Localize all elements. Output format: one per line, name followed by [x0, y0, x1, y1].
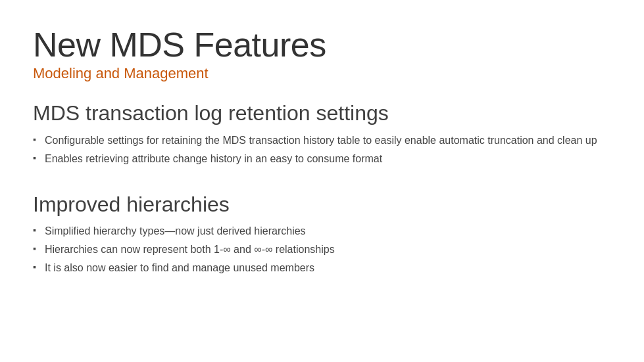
header-block: New MDS Features Modeling and Management	[33, 26, 611, 101]
list-item: Configurable settings for retaining the …	[33, 133, 611, 148]
list-item: It is also now easier to find and manage…	[33, 260, 611, 276]
page-title: New MDS Features	[33, 26, 611, 64]
list-item: Enables retrieving attribute change hist…	[33, 151, 611, 167]
transaction-section: MDS transaction log retention settings C…	[33, 101, 611, 179]
list-item: Hierarchies can now represent both 1-∞ a…	[33, 242, 611, 258]
transaction-section-title: MDS transaction log retention settings	[33, 101, 611, 125]
hierarchies-section-title: Improved hierarchies	[33, 192, 611, 217]
transaction-bullet-list: Configurable settings for retaining the …	[33, 133, 611, 167]
page-subtitle: Modeling and Management	[33, 65, 611, 82]
slide: New MDS Features Modeling and Management…	[0, 0, 644, 362]
hierarchies-section: Improved hierarchies Simplified hierarch…	[33, 192, 611, 289]
hierarchies-bullet-list: Simplified hierarchy types—now just deri…	[33, 223, 611, 276]
list-item: Simplified hierarchy types—now just deri…	[33, 223, 611, 239]
